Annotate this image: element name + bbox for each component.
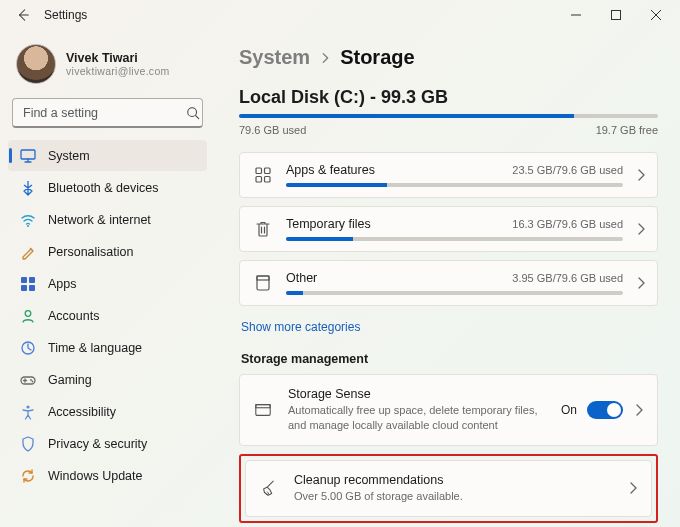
svg-rect-4 — [21, 277, 27, 283]
profile[interactable]: Vivek Tiwari vivektiwari@live.com — [8, 38, 207, 94]
storage-sense-toggle[interactable] — [587, 401, 623, 419]
sidebar-item-gaming[interactable]: Gaming — [8, 364, 207, 395]
sidebar-item-label: Time & language — [48, 341, 142, 355]
sidebar-item-bluetooth[interactable]: Bluetooth & devices — [8, 172, 207, 203]
privacy-icon — [20, 436, 36, 452]
storage-sense-desc: Automatically free up space, delete temp… — [288, 403, 547, 433]
sidebar-item-privacy[interactable]: Privacy & security — [8, 428, 207, 459]
accounts-icon — [20, 308, 36, 324]
cleanup-icon — [258, 479, 280, 497]
minimize-button[interactable] — [556, 0, 596, 30]
chevron-right-icon — [633, 404, 645, 416]
svg-rect-18 — [257, 276, 269, 290]
nav-list: SystemBluetooth & devicesNetwork & inter… — [8, 140, 207, 491]
sidebar-item-label: Personalisation — [48, 245, 133, 259]
cleanup-highlight: Cleanup recommendations Over 5.00 GB of … — [239, 454, 658, 523]
maximize-button[interactable] — [596, 0, 636, 30]
svg-rect-15 — [265, 168, 271, 174]
search-icon — [186, 106, 200, 120]
window-title: Settings — [44, 8, 87, 22]
close-button[interactable] — [636, 0, 676, 30]
svg-rect-14 — [256, 168, 262, 174]
maximize-icon — [611, 10, 621, 20]
sidebar-item-network[interactable]: Network & internet — [8, 204, 207, 235]
chevron-right-icon — [320, 51, 330, 65]
storage-category-row[interactable]: Apps & features23.5 GB/79.6 GB used — [239, 152, 658, 198]
category-bar — [286, 183, 623, 187]
sidebar: Vivek Tiwari vivektiwari@live.com System… — [0, 30, 215, 527]
svg-rect-7 — [29, 285, 35, 291]
chevron-right-icon — [627, 482, 639, 494]
titlebar: Settings — [0, 0, 680, 30]
bluetooth-icon — [20, 180, 36, 196]
svg-point-1 — [188, 107, 197, 116]
category-used: 23.5 GB/79.6 GB used — [512, 164, 623, 176]
category-bar — [286, 291, 623, 295]
sidebar-item-apps[interactable]: Apps — [8, 268, 207, 299]
breadcrumb: System Storage — [239, 46, 658, 69]
sidebar-item-label: Privacy & security — [48, 437, 147, 451]
category-used: 16.3 GB/79.6 GB used — [512, 218, 623, 230]
storage-category-row[interactable]: Temporary files16.3 GB/79.6 GB used — [239, 206, 658, 252]
breadcrumb-current: Storage — [340, 46, 414, 69]
sidebar-item-label: Gaming — [48, 373, 92, 387]
svg-point-13 — [26, 405, 29, 408]
sidebar-item-personal[interactable]: Personalisation — [8, 236, 207, 267]
storage-sense-title: Storage Sense — [288, 387, 547, 401]
svg-rect-21 — [256, 404, 270, 407]
system-icon — [20, 148, 36, 164]
show-more-categories-link[interactable]: Show more categories — [241, 320, 360, 334]
network-icon — [20, 212, 36, 228]
profile-name: Vivek Tiwari — [66, 51, 170, 65]
apps-icon — [20, 276, 36, 292]
category-used: 3.95 GB/79.6 GB used — [512, 272, 623, 284]
disk-title: Local Disk (C:) - 99.3 GB — [239, 87, 658, 108]
back-button[interactable] — [10, 2, 36, 28]
arrow-left-icon — [16, 8, 30, 22]
cleanup-desc: Over 5.00 GB of storage available. — [294, 489, 613, 504]
breadcrumb-parent[interactable]: System — [239, 46, 310, 69]
category-name: Temporary files — [286, 217, 371, 231]
svg-point-11 — [30, 379, 32, 381]
gaming-icon — [20, 372, 36, 388]
main-content: System Storage Local Disk (C:) - 99.3 GB… — [215, 30, 680, 527]
trash-icon — [252, 220, 274, 238]
sidebar-item-accounts[interactable]: Accounts — [8, 300, 207, 331]
sidebar-item-update[interactable]: Windows Update — [8, 460, 207, 491]
window-controls — [556, 0, 676, 30]
svg-point-3 — [27, 225, 29, 227]
category-name: Apps & features — [286, 163, 375, 177]
sidebar-item-label: Accessibility — [48, 405, 116, 419]
cleanup-recommendations-row[interactable]: Cleanup recommendations Over 5.00 GB of … — [245, 460, 652, 517]
storage-sense-row[interactable]: Storage Sense Automatically free up spac… — [239, 374, 658, 446]
storage-category-row[interactable]: Other3.95 GB/79.6 GB used — [239, 260, 658, 306]
cleanup-title: Cleanup recommendations — [294, 473, 613, 487]
category-name: Other — [286, 271, 317, 285]
sidebar-item-label: Bluetooth & devices — [48, 181, 159, 195]
sidebar-item-label: Network & internet — [48, 213, 151, 227]
sidebar-item-label: Accounts — [48, 309, 99, 323]
disk-meta: 79.6 GB used 19.7 GB free — [239, 124, 658, 136]
svg-rect-0 — [612, 11, 621, 20]
search-box[interactable] — [12, 98, 203, 128]
storage-management-heading: Storage management — [241, 352, 658, 366]
access-icon — [20, 404, 36, 420]
disk-free-label: 19.7 GB free — [596, 124, 658, 136]
sidebar-item-label: Windows Update — [48, 469, 143, 483]
minimize-icon — [571, 10, 581, 20]
sidebar-item-label: Apps — [48, 277, 77, 291]
svg-point-8 — [25, 310, 31, 316]
svg-rect-20 — [256, 404, 270, 415]
sidebar-item-system[interactable]: System — [8, 140, 207, 171]
other-icon — [252, 274, 274, 292]
sidebar-item-label: System — [48, 149, 90, 163]
search-input[interactable] — [23, 106, 180, 120]
chevron-right-icon — [635, 223, 647, 235]
svg-rect-6 — [21, 285, 27, 291]
avatar — [16, 44, 56, 84]
chevron-right-icon — [635, 277, 647, 289]
personal-icon — [20, 244, 36, 260]
sidebar-item-access[interactable]: Accessibility — [8, 396, 207, 427]
broom-icon — [260, 479, 278, 497]
sidebar-item-time[interactable]: Time & language — [8, 332, 207, 363]
